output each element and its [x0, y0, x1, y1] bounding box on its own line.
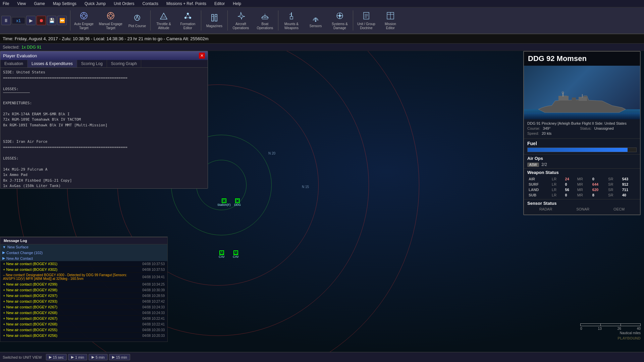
ddg-title: DDG 92 Momsen [524, 52, 640, 66]
msg-item-8[interactable]: + New air contact (BOGEY #267) 04/08 10:… [0, 304, 167, 310]
systems-damage-button[interactable]: Systems &Damage [328, 9, 352, 32]
msg-log-list[interactable]: ▼ New Surface ▶ Contact Change (102) ▶ N… [0, 244, 167, 342]
eval-tab-evaluation[interactable]: Evaluation [0, 60, 28, 67]
eval-divider-1: ========================================… [3, 75, 205, 81]
eval-tab-scoring-log[interactable]: Scoring Log [77, 60, 107, 67]
unit-group-doctrine-label: Unit / GroupDoctrine [357, 22, 375, 30]
throttle-altitude-button[interactable]: Throttle &Altitude [152, 9, 175, 32]
scale-26: 26 [618, 327, 621, 330]
fuel-bar-background [527, 147, 637, 152]
manual-engage-target-button[interactable]: Manual EngageTarget [97, 9, 125, 32]
magazines-button[interactable]: Magazines [203, 9, 226, 32]
unit-cav-2[interactable]: CAV [233, 250, 239, 258]
msg-item-4[interactable]: + New air contact (BOGEY #299) 04/08 10:… [0, 282, 167, 287]
ws-land-mr-val: 620 [591, 187, 607, 192]
msg-group-new-surface[interactable]: ▼ New Surface [0, 244, 167, 250]
menu-view[interactable]: View [16, 1, 27, 7]
unit-cav-1[interactable]: CAV [219, 250, 225, 258]
eval-title-bar[interactable]: Player Evaluation ✕ [0, 51, 208, 60]
unit-label-ddg: DDG [234, 203, 241, 206]
menu-file[interactable]: File [1, 1, 10, 7]
scale-40: 40 [637, 327, 641, 330]
msg-group-contact-change[interactable]: ▶ Contact Change (102) [0, 250, 167, 255]
menu-unit-orders[interactable]: Unit Orders [112, 1, 136, 7]
menu-quick-jump[interactable]: Quick Jump [83, 1, 107, 7]
msg-time-11: 04/08 10:22:41 [135, 322, 165, 326]
svg-line-18 [185, 14, 188, 18]
eval-tab-scoring-graph[interactable]: Scoring Graph [107, 60, 141, 67]
record-button[interactable]: ⏺ [37, 16, 46, 25]
eval-tabs: Evaluation Losses & Expenditures Scoring… [0, 60, 208, 68]
unit-station-f[interactable]: Station(F) [217, 198, 231, 206]
ws-surf-sr-val: 912 [621, 182, 637, 187]
step-15min-button[interactable]: ▶ 15 min [109, 354, 130, 360]
menu-help[interactable]: Help [231, 1, 243, 7]
msg-time-12: 04/08 10:20:33 [135, 328, 165, 332]
unit-group-doctrine-button[interactable]: Unit / GroupDoctrine [355, 9, 378, 32]
menu-map-settings[interactable]: Map Settings [52, 1, 78, 7]
svg-rect-22 [215, 14, 217, 21]
eval-close-button[interactable]: ✕ [199, 53, 205, 59]
aircraft-ops-button[interactable]: AircraftOperations [229, 9, 253, 32]
group-label: New Surface [7, 245, 29, 249]
mission-editor-button[interactable]: MissionEditor [379, 9, 402, 32]
sensors-button[interactable]: Sensors [304, 9, 327, 32]
msg-text-11: + New air contact (BOGEY #268) [3, 322, 57, 326]
step-1min-button[interactable]: ▶ 1 min [68, 354, 87, 360]
menu-contacts[interactable]: Contacts [141, 1, 160, 7]
plot-course-label: Plot Course [128, 24, 146, 28]
msg-item-5[interactable]: + New air contact (BOGEY #298) 04/08 10:… [0, 287, 167, 293]
msg-time-8: 04/08 10:24:33 [135, 305, 165, 309]
formation-editor-button[interactable]: FormationEditor [176, 9, 200, 32]
msg-item-2[interactable]: + New air contact (BOGEY #302) 04/08 10:… [0, 267, 167, 273]
menu-editor[interactable]: Editor [213, 1, 226, 7]
mounts-weapons-icon [286, 11, 297, 21]
play-button[interactable]: ▶ [26, 16, 36, 25]
eval-exp-2: 72x RGM-109E Tomahawk Blk IV TACTOM [3, 117, 205, 123]
msg-item-11[interactable]: + New air contact (BOGEY #268) 04/08 10:… [0, 321, 167, 327]
unit-ddg[interactable]: DDG [234, 198, 241, 206]
msg-item-13[interactable]: + New air contact (BOGEY #256) 04/08 10:… [0, 333, 167, 339]
msg-item-3[interactable]: – New contact! Designated BOGEY #300 - D… [0, 273, 167, 282]
step-15sec-button[interactable]: ▶ 15 sec [46, 354, 67, 360]
sensor-status-section: Sensor Status RADAR SONAR OECM [524, 199, 640, 215]
ws-surf-lr-val: 0 [564, 182, 576, 187]
map-area[interactable]: Station(F) DDG CAV CAV N 20 N 15 [0, 51, 644, 352]
msg-item-10[interactable]: + New air contact (BOGEY #267) 04/08 10:… [0, 316, 167, 321]
ws-sub-sr-val: 40 [621, 192, 637, 198]
plot-course-button[interactable]: Plot Course [125, 9, 149, 32]
eval-content[interactable]: SIDE: United States ====================… [0, 68, 208, 188]
ws-surf-lr-lbl: LR [550, 182, 564, 187]
ddg-course-row: Course: 349° Status: Unassigned [527, 126, 637, 130]
msg-item-1[interactable]: + New air contact (BOGEY #301) 04/08 10:… [0, 261, 167, 267]
mounts-weapons-button[interactable]: Mounts &Weapons [280, 9, 303, 32]
boat-ops-button[interactable]: BoatOperations [253, 9, 277, 32]
step-5min-button[interactable]: ▶ 5 min [89, 354, 108, 360]
msg-item-7[interactable]: + New air contact (BOGEY #293) 04/08 10:… [0, 299, 167, 304]
msg-group-new-air-contact[interactable]: ▶ New Air Contact [0, 255, 167, 261]
scale-seg-1 [580, 323, 600, 326]
msg-text-10: + New air contact (BOGEY #267) [3, 316, 57, 320]
toolbar-separator-5 [278, 10, 278, 31]
msg-item-6[interactable]: + New air contact (BOGEY #297) 04/08 10:… [0, 293, 167, 299]
sensors-label: Sensors [310, 24, 322, 28]
eval-tab-losses[interactable]: Losses & Expenditures [28, 60, 77, 67]
pause-button[interactable]: ⏸ [1, 16, 11, 25]
ws-land-lr-val: 56 [564, 187, 576, 192]
msg-item-12[interactable]: + New air contact (BOGEY #255) 04/08 10:… [0, 327, 167, 333]
fast-forward-button[interactable]: ⏩ [57, 16, 67, 25]
msg-item-9[interactable]: + New air contact (BOGEY #268) 04/08 10:… [0, 310, 167, 316]
ddg-status-value: Unassigned [594, 126, 614, 130]
ddg-speed-row: Speed: 20 kts [527, 131, 637, 135]
sensors-icon [311, 13, 321, 23]
mounts-weapons-label: Mounts &Weapons [284, 22, 299, 30]
menu-missions[interactable]: Missions + Ref. Points [165, 1, 208, 7]
msg-time-4: 04/08 10:34:25 [135, 283, 165, 286]
menu-game[interactable]: Game [33, 1, 46, 7]
unit-group-doctrine-icon [361, 11, 371, 21]
msg-time-7: 04/08 10:27:42 [135, 300, 165, 303]
ws-row-surf: SURF LR 0 MR 644 SR 912 [527, 182, 637, 187]
msg-log-tab[interactable]: Message Log [2, 238, 29, 243]
auto-engage-target-button[interactable]: Auto EngageTarget [72, 9, 96, 32]
save-button[interactable]: 💾 [47, 16, 56, 25]
